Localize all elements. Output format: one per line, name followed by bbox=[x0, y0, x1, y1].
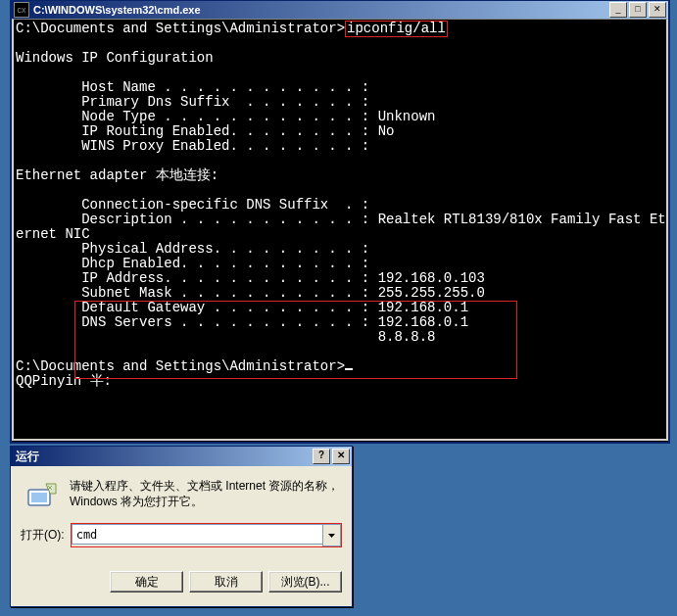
minimize-button[interactable]: _ bbox=[609, 2, 627, 18]
run-body: 请键入程序、文件夹、文档或 Internet 资源的名称，Windows 将为您… bbox=[11, 466, 352, 606]
line: Primary Dns Suffix . . . . . . . : bbox=[16, 94, 369, 110]
cmd-titlebar[interactable]: cx C:\WINDOWS\system32\cmd.exe _ □ ✕ bbox=[12, 1, 668, 19]
line: WINS Proxy Enabled. . . . . . . . : bbox=[16, 138, 369, 154]
run-dialog: 运行 ? ✕ 请键入程序、文件夹、文档或 Internet 资源的名称，Wind… bbox=[10, 446, 353, 607]
run-input-row: 打开(O): bbox=[21, 523, 342, 547]
ipconfig-command-text: ipconfig/all bbox=[347, 21, 446, 36]
open-combobox bbox=[71, 523, 342, 547]
section-header: Windows IP Configuration bbox=[16, 50, 214, 66]
line: Description . . . . . . . . . . . : Real… bbox=[16, 212, 668, 227]
cmd-title: C:\WINDOWS\system32\cmd.exe bbox=[33, 4, 607, 16]
line: Node Type . . . . . . . . . . . . : Unkn… bbox=[16, 109, 435, 124]
line: ernet NIC bbox=[16, 226, 90, 242]
cmd-prompt-1: C:\Documents and Settings\Administrator> bbox=[16, 21, 345, 36]
cmd-body[interactable]: C:\Documents and Settings\Administrator>… bbox=[12, 19, 668, 441]
open-label: 打开(O): bbox=[21, 527, 65, 544]
run-titlebar[interactable]: 运行 ? ✕ bbox=[11, 447, 352, 466]
browse-button[interactable]: 浏览(B)... bbox=[268, 571, 342, 592]
line: IP Routing Enabled. . . . . . . . : No bbox=[16, 123, 394, 139]
help-button[interactable]: ? bbox=[313, 449, 330, 464]
svg-rect-1 bbox=[31, 493, 47, 502]
run-button-row: 确定 取消 浏览(B)... bbox=[21, 571, 342, 596]
cmd-window: cx C:\WINDOWS\system32\cmd.exe _ □ ✕ C:\… bbox=[10, 0, 670, 444]
line: Dhcp Enabled. . . . . . . . . . . : bbox=[16, 256, 369, 271]
run-icon bbox=[26, 478, 58, 509]
boxed-line: Subnet Mask . . . . . . . . . . . : 255.… bbox=[16, 285, 485, 301]
cancel-button[interactable]: 取消 bbox=[189, 571, 263, 592]
close-button[interactable]: ✕ bbox=[332, 449, 350, 464]
ok-button[interactable]: 确定 bbox=[110, 571, 183, 592]
run-description: 请键入程序、文件夹、文档或 Internet 资源的名称，Windows 将为您… bbox=[70, 478, 342, 509]
combo-dropdown-button[interactable] bbox=[322, 524, 341, 546]
maximize-button[interactable]: □ bbox=[629, 2, 647, 18]
chevron-down-icon bbox=[328, 534, 335, 538]
line: Physical Address. . . . . . . . . : bbox=[16, 241, 369, 257]
boxed-line: IP Address. . . . . . . . . . . . : 192.… bbox=[16, 270, 485, 286]
run-title: 运行 bbox=[13, 449, 311, 465]
close-button[interactable]: ✕ bbox=[649, 2, 666, 18]
adapter-header: Ethernet adapter 本地连接: bbox=[16, 167, 218, 183]
run-top-row: 请键入程序、文件夹、文档或 Internet 资源的名称，Windows 将为您… bbox=[21, 478, 342, 509]
open-input[interactable] bbox=[72, 524, 322, 545]
line: Connection-specific DNS Suffix . : bbox=[16, 197, 369, 213]
cmd-icon: cx bbox=[14, 2, 29, 18]
highlight-ip-block bbox=[74, 301, 517, 379]
cmd-window-controls: _ □ ✕ bbox=[607, 2, 666, 18]
line: Host Name . . . . . . . . . . . . : bbox=[16, 79, 369, 95]
highlight-ipconfig: ipconfig/all bbox=[345, 21, 448, 37]
